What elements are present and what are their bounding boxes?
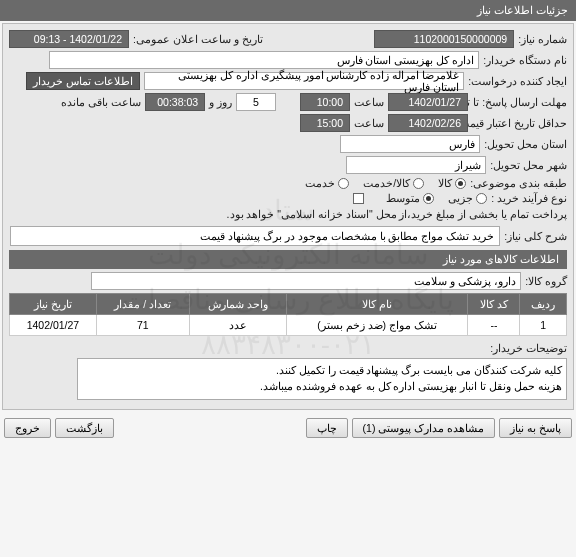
category-label: طبقه بندی موضوعی:: [470, 177, 567, 189]
buyer-desc-label: توضیحات خریدار:: [490, 342, 567, 354]
radio-goods-service[interactable]: [413, 178, 424, 189]
deadline-time: 10:00: [300, 93, 350, 111]
main-panel: شماره نیاز: 1102000150000009 تاریخ و ساع…: [2, 23, 574, 410]
th-name: نام کالا: [286, 294, 468, 315]
group-label: گروه کالا:: [525, 275, 567, 287]
cell-code: --: [468, 315, 520, 336]
time-left: 00:38:03: [145, 93, 205, 111]
buyer-desc-box: کلیه شرکت کنندگان می بایست برگ پیشنهاد ق…: [77, 358, 567, 400]
announce-field: 1402/01/22 - 09:13: [9, 30, 129, 48]
time-label-2: ساعت: [354, 117, 384, 129]
province-label: استان محل تحویل:: [484, 138, 567, 150]
respond-button[interactable]: پاسخ به نیاز: [499, 418, 572, 438]
days-left-label: روز و: [209, 96, 232, 108]
th-qty: تعداد / مقدار: [96, 294, 189, 315]
cell-qty: 71: [96, 315, 189, 336]
radio-small[interactable]: [476, 193, 487, 204]
days-left: 5: [236, 93, 276, 111]
validity-label: حداقل تاریخ اعتبار قیمت: تا تاریخ:: [472, 117, 567, 129]
th-code: کد کالا: [468, 294, 520, 315]
th-unit: واحد شمارش: [189, 294, 286, 315]
table-row[interactable]: 1 -- تشک مواج (ضد زخم بستر) عدد 71 1402/…: [10, 315, 567, 336]
deadline-label: مهلت ارسال پاسخ: تا تاریخ:: [472, 96, 567, 108]
validity-date: 1402/02/26: [388, 114, 468, 132]
city-field: شیراز: [346, 156, 486, 174]
back-button[interactable]: بازگشت: [55, 418, 114, 438]
requester-field: غلامرضا امراله زاده کارشناس امور پیشگیری…: [144, 72, 464, 90]
validity-time: 15:00: [300, 114, 350, 132]
requester-label: ایجاد کننده درخواست:: [468, 75, 567, 87]
th-date: تاریخ نیاز: [10, 294, 97, 315]
panel-title: جزئیات اطلاعات نیاز: [477, 4, 568, 16]
cell-date: 1402/01/27: [10, 315, 97, 336]
radio-goods[interactable]: [455, 178, 466, 189]
payment-note: پرداخت تمام یا بخشی از مبلغ خرید،از محل …: [227, 208, 567, 220]
treasury-checkbox[interactable]: [353, 193, 364, 204]
city-label: شهر محل تحویل:: [490, 159, 567, 171]
need-no-label: شماره نیاز:: [518, 33, 567, 45]
group-field: دارو، پزشکی و سلامت: [91, 272, 521, 290]
th-row: ردیف: [520, 294, 567, 315]
cell-n: 1: [520, 315, 567, 336]
time-label-1: ساعت: [354, 96, 384, 108]
cell-name: تشک مواج (ضد زخم بستر): [286, 315, 468, 336]
footer-bar: پاسخ به نیاز مشاهده مدارک پیوستی (1) چاپ…: [0, 412, 576, 444]
buyer-contact-link[interactable]: اطلاعات تماس خریدار: [26, 72, 140, 90]
need-desc: خرید تشک مواج مطابق با مشخصات موجود در ب…: [10, 226, 500, 246]
deadline-date: 1402/01/27: [388, 93, 468, 111]
exit-button[interactable]: خروج: [4, 418, 51, 438]
need-no-field: 1102000150000009: [374, 30, 514, 48]
cell-unit: عدد: [189, 315, 286, 336]
category-radio-group: کالا کالا/خدمت خدمت: [305, 177, 466, 189]
panel-header: جزئیات اطلاعات نیاز: [0, 0, 576, 21]
radio-service[interactable]: [338, 178, 349, 189]
buyer-field: اداره کل بهزیستی استان فارس: [49, 51, 479, 69]
desc-label: شرح کلی نیاز:: [504, 230, 567, 242]
print-button[interactable]: چاپ: [306, 418, 348, 438]
radio-medium[interactable]: [423, 193, 434, 204]
process-radio-group: جزیی متوسط: [386, 192, 487, 204]
province-field: فارس: [340, 135, 480, 153]
attachments-button[interactable]: مشاهده مدارک پیوستی (1): [352, 418, 496, 438]
process-label: نوع فرآیند خرید :: [491, 192, 567, 204]
time-remaining-label: ساعت باقی مانده: [61, 96, 141, 108]
buyer-label: نام دستگاه خریدار:: [483, 54, 567, 66]
goods-section-title: اطلاعات کالاهای مورد نیاز: [9, 250, 567, 269]
announce-label: تاریخ و ساعت اعلان عمومی:: [133, 33, 263, 45]
goods-table: ردیف کد کالا نام کالا واحد شمارش تعداد /…: [9, 293, 567, 336]
